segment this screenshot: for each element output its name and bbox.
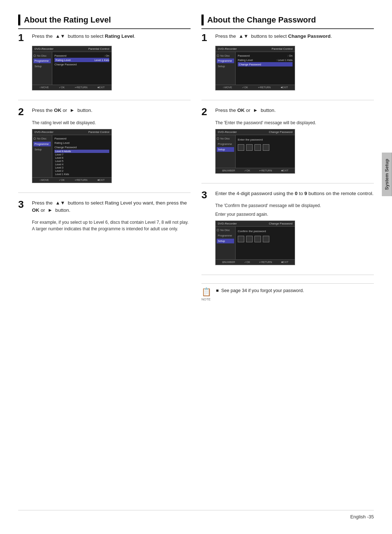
dvd-header-r2: DVD-Recorder Change Password [216,129,295,135]
dvd-no-disc-label-r1: No Disc [220,54,230,57]
dvd-row-password-r1: Password: On [238,53,293,58]
dvd-sidebar-setup-r3[interactable]: Setup [217,239,234,243]
dvd-no-disc-r3: No Disc [217,228,234,232]
right-heading-bar [201,15,204,25]
dvd-enter-password-text: Enter the password [238,137,293,142]
note-icon: 📋 [201,287,212,297]
right-step-3-content: Enter the 4-digit password using the 0 t… [215,190,374,268]
dvd-footer-2: ☆MOVE ✓OK ↩RETURN ■EXIT [32,177,111,183]
dvd-footer-ok-r3: ✓OK [244,261,250,264]
dvd-footer-exit-r1: ■EXIT [281,86,288,89]
dvd-sidebar-setup-r2[interactable]: Setup [217,147,234,152]
dvd-password-boxes-2 [238,236,293,242]
dvd-header-left-r2: DVD-Recorder [218,130,237,134]
step-2-text: Press the OK or ► button. [32,107,191,114]
dvd-pass-box-1-3 [254,144,261,151]
dvd-screen-1: DVD-Recorder Parental Control No Disc Pr… [32,46,112,90]
dvd-screen-r1: DVD-Recorder Parental Control No Disc Pr… [215,46,295,90]
dvd-main-2: Password Rating Level Change Password Le… [52,135,111,177]
dvd-header-left-r3: DVD-Recorder [218,222,237,225]
dvd-sidebar-setup-1[interactable]: Setup [33,64,51,69]
dvd-sidebar-setup-r1[interactable]: Setup [217,64,234,69]
dvd-level-8: Level 8 Adults [54,150,109,153]
heading-bar [18,15,20,25]
page-footer: English -35 [18,510,374,519]
right-step-3-note2: Enter your password again. [215,211,374,218]
dvd-header-right-1: Parental Control [88,47,109,50]
dvd-footer-r3: ⊞NUMBER ✓OK ↩RETURN ■EXIT [216,259,295,265]
dvd-radio-r3 [217,229,219,231]
dvd-no-disc-r1: No Disc [217,53,234,58]
dvd-pass-box-2-3 [254,236,261,242]
dvd-level-7: Level 7 [54,153,109,156]
dvd-footer-return-2: ↩RETURN [75,179,87,182]
dvd-header-right-r3: Change Password [269,222,293,225]
left-section-heading: About the Rating Level [18,15,191,29]
right-step-3-note1: The 'Confirm the password' message will … [215,202,374,209]
dvd-level-6: Level 6 [54,156,109,159]
dvd-level-2: Level 2 [54,169,109,173]
dvd-footer-r2: ⊞NUMBER ✓OK ↩RETURN ■EXIT [216,168,295,173]
dvd-pass-box-2-1 [238,236,244,242]
dvd-sidebar-setup-2[interactable]: Setup [33,147,51,152]
dvd-row-rating-2: Rating Level [54,141,109,145]
dvd-sidebar-r3: No Disc Programme Setup [216,227,236,259]
dvd-header-r3: DVD-Recorder Change Password [216,221,295,227]
right-step-number-1: 1 [201,33,212,93]
dvd-header-left-2: DVD-Recorder [34,130,53,134]
dvd-sidebar-programme-r1[interactable]: Programme [217,58,234,63]
dvd-confirm-password-text: Confirm the password [238,228,293,234]
left-step-1: 1 Press the ▲▼ buttons to select Rating … [18,33,191,100]
dvd-header-right-2: Parental Control [88,130,109,134]
dvd-main-r3: Confirm the password [236,227,295,259]
dvd-footer-number-r2: ⊞NUMBER [222,169,235,172]
dvd-no-disc-label-2: No Disc [37,137,46,140]
dvd-level-5: Level 5 [54,159,109,163]
dvd-header-right-r1: Parental Control [271,47,293,50]
dvd-footer-return-1: ↩RETURN [75,86,87,89]
dvd-row-rating-1: Rating LevelLevel 1 Kids [54,58,109,62]
right-step-2-text: Press the OK or ► button. [215,107,374,114]
dvd-main-r1: Password: On Rating Level: Level 1 Kids … [236,52,295,85]
step-3-content: Press the ▲▼ buttons to select Rating Le… [32,199,191,232]
dvd-footer-exit-r3: ■EXIT [281,261,289,264]
right-step-2-note: The 'Enter the password' message will be… [215,120,374,126]
dvd-sidebar-2: No Disc Programme Setup [32,135,52,177]
dvd-sidebar-programme-1[interactable]: Programme [33,58,51,63]
dvd-header-2: DVD-Recorder Parental Control [32,129,111,135]
note-icon-container: 📋 NOTE [201,287,212,301]
dvd-screen-r3: DVD-Recorder Change Password No Disc Pro… [215,221,295,265]
dvd-body-r3: No Disc Programme Setup Confirm the pass… [216,227,295,259]
dvd-no-disc-1: No Disc [33,53,51,58]
step-3-note: For example, if you select up to Level 6… [32,219,191,232]
dvd-sidebar-programme-r2[interactable]: Programme [217,142,234,146]
dvd-sidebar-1: No Disc Programme Setup [32,52,52,85]
step-number-2: 2 [18,107,29,186]
dvd-pass-box-2-2 [246,236,253,242]
system-setup-tab: System Setup [382,153,392,196]
dvd-footer-return-r1: ↩RETURN [258,86,271,89]
dvd-level-4: Level 4 [54,163,109,166]
step-2-note: The rating level will be displayed. [32,120,191,126]
dvd-body-r1: No Disc Programme Setup Password: On [216,52,295,85]
dvd-main-r2: Enter the password [236,135,295,168]
step-1-content: Press the ▲▼ buttons to select Rating Le… [32,33,191,93]
dvd-sidebar-r1: No Disc Programme Setup [216,52,236,85]
left-step-3: 3 Press the ▲▼ buttons to select Rating … [18,199,191,239]
dvd-sidebar-programme-r3[interactable]: Programme [217,233,234,238]
dvd-row-password-1: Password: On [54,53,109,58]
dvd-body-1: No Disc Programme Setup Password: On [32,52,111,85]
dvd-footer-exit-1: ■EXIT [97,86,105,89]
step-number-3: 3 [18,199,29,232]
dvd-password-boxes-1 [238,144,293,151]
dvd-body-r2: No Disc Programme Setup Enter the passwo… [216,135,295,168]
dvd-pass-box-1-2 [246,144,253,151]
dvd-footer-exit-r2: ■EXIT [281,169,289,172]
dvd-header-left-r1: DVD-Recorder [218,47,237,50]
dvd-sidebar-programme-2[interactable]: Programme [33,142,51,146]
step-number-1: 1 [18,33,29,93]
page-footer-text: English -35 [350,514,374,519]
dvd-pass-box-1-4 [263,144,269,151]
right-step-1: 1 Press the ▲▼ buttons to select Change … [201,33,374,100]
step-2-content: Press the OK or ► button. The rating lev… [32,107,191,186]
